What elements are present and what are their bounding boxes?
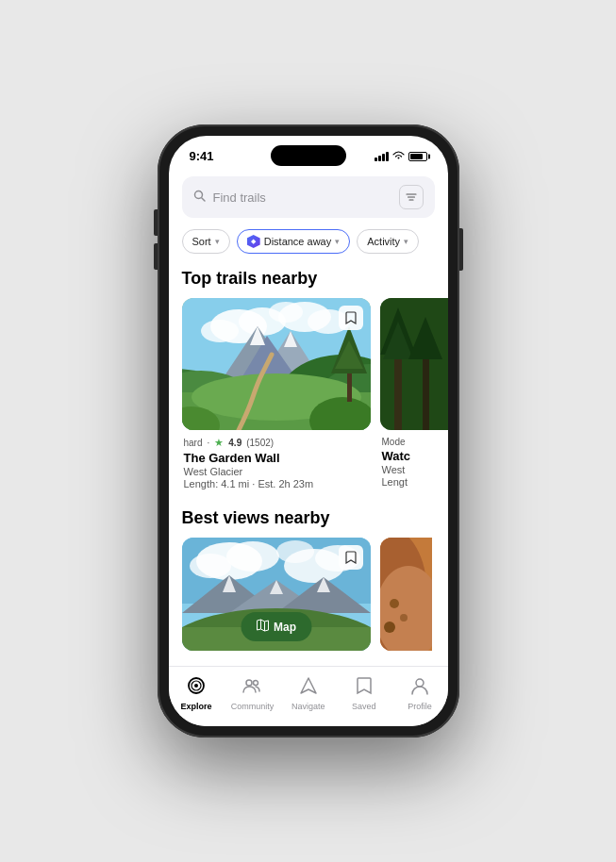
svg-point-38	[226, 541, 279, 572]
svg-point-57	[390, 599, 399, 608]
activity-chevron: ▾	[404, 237, 408, 246]
reviews-count: (1502)	[246, 438, 274, 448]
profile-icon	[410, 676, 429, 700]
view-card-1[interactable]: Map	[182, 538, 371, 651]
map-icon	[256, 619, 269, 635]
trail-details-2: Lengt	[382, 476, 448, 488]
search-bar[interactable]: Find trails	[182, 176, 435, 218]
rating-value: 4.9	[228, 438, 241, 448]
distance-chip[interactable]: ◆ Distance away ▾	[237, 229, 351, 254]
trail-card-2-image	[380, 298, 448, 430]
nav-explore[interactable]: Explore	[175, 676, 218, 711]
svg-point-59	[384, 622, 395, 633]
nav-community[interactable]: Community	[231, 676, 275, 711]
sort-chevron: ▾	[215, 237, 220, 246]
nav-profile[interactable]: Profile	[398, 676, 441, 711]
explore-label: Explore	[181, 702, 212, 711]
distance-label: Distance away	[264, 236, 332, 247]
trail-location-2: West	[382, 464, 448, 475]
trail-card-1-bookmark[interactable]	[339, 306, 363, 330]
view-card-1-bookmark[interactable]	[339, 545, 363, 570]
trail-card-1[interactable]: hard · ★ 4.9 (1502) The Garden Wall West…	[182, 298, 371, 489]
nav-navigate[interactable]: Navigate	[287, 676, 329, 711]
sort-chip[interactable]: Sort ▾	[182, 229, 230, 254]
svg-rect-34	[380, 298, 448, 430]
view-card-2[interactable]	[380, 538, 432, 651]
svg-point-39	[190, 554, 231, 578]
activity-label: Activity	[367, 236, 400, 247]
svg-point-63	[246, 680, 252, 686]
trail-name: The Garden Wall	[184, 451, 369, 465]
svg-point-42	[276, 540, 314, 563]
svg-point-58	[400, 614, 408, 622]
top-trails-title: Top trails nearby	[169, 263, 448, 298]
main-scroll[interactable]: Top trails nearby	[169, 263, 448, 666]
content: Find trails Sort ▾	[169, 169, 448, 726]
trail-card-2-info: Mode Watc West Lengt	[380, 430, 448, 488]
search-bar-container: Find trails	[169, 169, 448, 225]
navigate-icon	[299, 676, 318, 700]
svg-marker-65	[301, 678, 316, 693]
signal-icon	[375, 152, 389, 161]
best-views-cards: Map	[169, 538, 448, 664]
profile-label: Profile	[408, 702, 432, 711]
distance-chevron: ▾	[335, 237, 340, 246]
trail-card-1-info: hard · ★ 4.9 (1502) The Garden Wall West…	[182, 430, 371, 489]
status-time: 9:41	[190, 149, 214, 163]
wifi-icon	[392, 151, 405, 162]
svg-point-56	[380, 566, 432, 651]
trail-card-2[interactable]: Mode Watc West Lengt	[380, 298, 448, 489]
community-icon	[242, 676, 261, 700]
svg-point-61	[194, 684, 198, 688]
difficulty-2: Mode	[382, 437, 406, 447]
star-icon: ★	[214, 437, 224, 449]
svg-marker-51	[257, 620, 268, 631]
search-placeholder: Find trails	[213, 191, 391, 205]
distance-hex-icon: ◆	[247, 235, 260, 248]
trail-card-1-meta: hard · ★ 4.9 (1502)	[184, 437, 369, 449]
svg-point-8	[201, 320, 239, 342]
svg-point-0	[194, 191, 202, 199]
phone-frame: 9:41	[158, 124, 459, 738]
map-label: Map	[274, 621, 296, 634]
search-icon	[193, 190, 206, 205]
nav-saved[interactable]: Saved	[342, 676, 385, 711]
community-label: Community	[231, 702, 275, 711]
filter-button[interactable]	[399, 185, 424, 209]
difficulty-label: hard	[184, 438, 203, 448]
trail-card-2-meta: Mode	[382, 437, 448, 447]
phone-screen: 9:41	[169, 136, 448, 726]
battery-icon	[408, 152, 427, 161]
status-icons	[375, 151, 427, 162]
saved-icon	[355, 676, 374, 700]
trail-location: West Glacier	[184, 466, 369, 477]
svg-point-64	[254, 681, 258, 686]
activity-chip[interactable]: Activity ▾	[357, 229, 419, 254]
bottom-nav: Explore Community	[169, 666, 448, 726]
explore-icon	[187, 676, 206, 700]
trail-details: Length: 4.1 mi · Est. 2h 23m	[184, 478, 369, 489]
trail-card-1-image	[182, 298, 371, 430]
top-trails-cards: hard · ★ 4.9 (1502) The Garden Wall West…	[169, 298, 448, 503]
saved-label: Saved	[352, 702, 376, 711]
navigate-label: Navigate	[291, 702, 325, 711]
trail-name-2: Watc	[382, 449, 448, 463]
map-button[interactable]: Map	[241, 612, 311, 641]
filter-chips: Sort ▾ ◆ Distance away ▾ Activity ▾	[169, 225, 448, 263]
svg-point-66	[416, 679, 424, 687]
dynamic-island	[271, 145, 346, 166]
svg-point-11	[269, 302, 303, 323]
sort-label: Sort	[192, 236, 211, 247]
best-views-title: Best views nearby	[169, 503, 448, 538]
svg-line-1	[202, 198, 205, 201]
